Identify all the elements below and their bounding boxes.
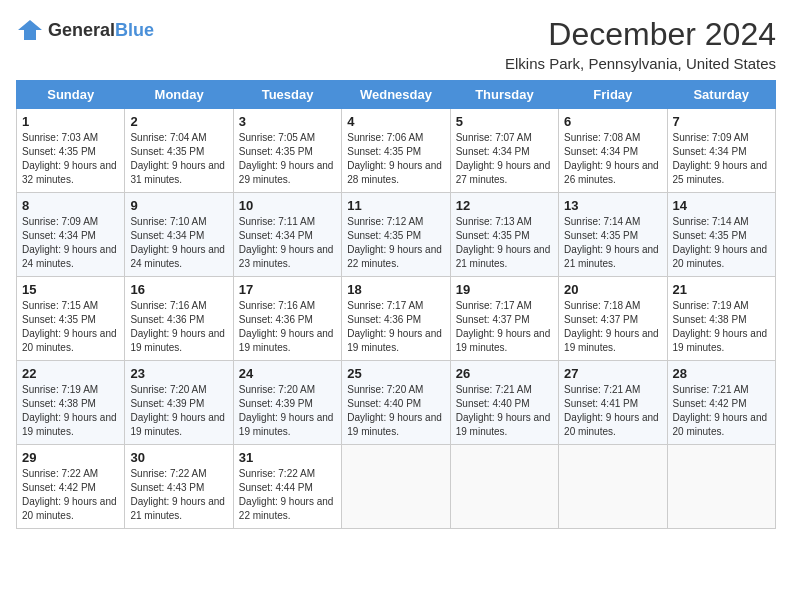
day-info: Sunrise: 7:18 AMSunset: 4:37 PMDaylight:… [564, 299, 661, 355]
day-info: Sunrise: 7:20 AMSunset: 4:39 PMDaylight:… [239, 383, 336, 439]
day-info: Sunrise: 7:06 AMSunset: 4:35 PMDaylight:… [347, 131, 444, 187]
day-info: Sunrise: 7:13 AMSunset: 4:35 PMDaylight:… [456, 215, 553, 271]
weekday-header-wednesday: Wednesday [342, 81, 450, 109]
day-cell: 3Sunrise: 7:05 AMSunset: 4:35 PMDaylight… [233, 109, 341, 193]
day-number: 13 [564, 198, 661, 213]
day-cell: 6Sunrise: 7:08 AMSunset: 4:34 PMDaylight… [559, 109, 667, 193]
day-cell: 7Sunrise: 7:09 AMSunset: 4:34 PMDaylight… [667, 109, 775, 193]
day-number: 11 [347, 198, 444, 213]
logo-text-general: General [48, 21, 115, 39]
month-title: December 2024 [505, 16, 776, 53]
day-info: Sunrise: 7:05 AMSunset: 4:35 PMDaylight:… [239, 131, 336, 187]
day-info: Sunrise: 7:21 AMSunset: 4:41 PMDaylight:… [564, 383, 661, 439]
day-number: 28 [673, 366, 770, 381]
day-number: 25 [347, 366, 444, 381]
day-info: Sunrise: 7:08 AMSunset: 4:34 PMDaylight:… [564, 131, 661, 187]
day-number: 8 [22, 198, 119, 213]
week-row-1: 1Sunrise: 7:03 AMSunset: 4:35 PMDaylight… [17, 109, 776, 193]
day-info: Sunrise: 7:16 AMSunset: 4:36 PMDaylight:… [239, 299, 336, 355]
day-cell: 13Sunrise: 7:14 AMSunset: 4:35 PMDayligh… [559, 193, 667, 277]
day-number: 21 [673, 282, 770, 297]
calendar-table: SundayMondayTuesdayWednesdayThursdayFrid… [16, 80, 776, 529]
week-row-2: 8Sunrise: 7:09 AMSunset: 4:34 PMDaylight… [17, 193, 776, 277]
day-info: Sunrise: 7:14 AMSunset: 4:35 PMDaylight:… [673, 215, 770, 271]
day-number: 1 [22, 114, 119, 129]
day-cell: 23Sunrise: 7:20 AMSunset: 4:39 PMDayligh… [125, 361, 233, 445]
day-number: 26 [456, 366, 553, 381]
day-number: 9 [130, 198, 227, 213]
day-number: 4 [347, 114, 444, 129]
weekday-header-sunday: Sunday [17, 81, 125, 109]
day-number: 30 [130, 450, 227, 465]
day-cell: 25Sunrise: 7:20 AMSunset: 4:40 PMDayligh… [342, 361, 450, 445]
day-cell: 22Sunrise: 7:19 AMSunset: 4:38 PMDayligh… [17, 361, 125, 445]
day-number: 10 [239, 198, 336, 213]
day-number: 29 [22, 450, 119, 465]
day-info: Sunrise: 7:21 AMSunset: 4:42 PMDaylight:… [673, 383, 770, 439]
title-area: December 2024 Elkins Park, Pennsylvania,… [505, 16, 776, 72]
day-number: 5 [456, 114, 553, 129]
day-number: 2 [130, 114, 227, 129]
weekday-header-friday: Friday [559, 81, 667, 109]
day-info: Sunrise: 7:17 AMSunset: 4:36 PMDaylight:… [347, 299, 444, 355]
logo-text-blue: Blue [115, 21, 154, 39]
day-cell: 5Sunrise: 7:07 AMSunset: 4:34 PMDaylight… [450, 109, 558, 193]
day-info: Sunrise: 7:22 AMSunset: 4:44 PMDaylight:… [239, 467, 336, 523]
day-cell: 31Sunrise: 7:22 AMSunset: 4:44 PMDayligh… [233, 445, 341, 529]
day-cell: 2Sunrise: 7:04 AMSunset: 4:35 PMDaylight… [125, 109, 233, 193]
weekday-header-monday: Monday [125, 81, 233, 109]
day-info: Sunrise: 7:10 AMSunset: 4:34 PMDaylight:… [130, 215, 227, 271]
svg-marker-0 [18, 20, 42, 40]
day-cell: 18Sunrise: 7:17 AMSunset: 4:36 PMDayligh… [342, 277, 450, 361]
day-info: Sunrise: 7:09 AMSunset: 4:34 PMDaylight:… [673, 131, 770, 187]
day-cell: 11Sunrise: 7:12 AMSunset: 4:35 PMDayligh… [342, 193, 450, 277]
day-cell: 19Sunrise: 7:17 AMSunset: 4:37 PMDayligh… [450, 277, 558, 361]
day-cell: 30Sunrise: 7:22 AMSunset: 4:43 PMDayligh… [125, 445, 233, 529]
day-info: Sunrise: 7:20 AMSunset: 4:40 PMDaylight:… [347, 383, 444, 439]
day-cell: 17Sunrise: 7:16 AMSunset: 4:36 PMDayligh… [233, 277, 341, 361]
day-cell: 16Sunrise: 7:16 AMSunset: 4:36 PMDayligh… [125, 277, 233, 361]
day-number: 23 [130, 366, 227, 381]
week-row-5: 29Sunrise: 7:22 AMSunset: 4:42 PMDayligh… [17, 445, 776, 529]
day-cell: 24Sunrise: 7:20 AMSunset: 4:39 PMDayligh… [233, 361, 341, 445]
day-cell: 29Sunrise: 7:22 AMSunset: 4:42 PMDayligh… [17, 445, 125, 529]
weekday-header-saturday: Saturday [667, 81, 775, 109]
day-info: Sunrise: 7:17 AMSunset: 4:37 PMDaylight:… [456, 299, 553, 355]
day-number: 31 [239, 450, 336, 465]
day-info: Sunrise: 7:03 AMSunset: 4:35 PMDaylight:… [22, 131, 119, 187]
day-info: Sunrise: 7:16 AMSunset: 4:36 PMDaylight:… [130, 299, 227, 355]
day-number: 19 [456, 282, 553, 297]
header-area: General Blue December 2024 Elkins Park, … [16, 16, 776, 72]
day-info: Sunrise: 7:07 AMSunset: 4:34 PMDaylight:… [456, 131, 553, 187]
weekday-header-row: SundayMondayTuesdayWednesdayThursdayFrid… [17, 81, 776, 109]
day-info: Sunrise: 7:12 AMSunset: 4:35 PMDaylight:… [347, 215, 444, 271]
week-row-3: 15Sunrise: 7:15 AMSunset: 4:35 PMDayligh… [17, 277, 776, 361]
day-number: 24 [239, 366, 336, 381]
weekday-header-tuesday: Tuesday [233, 81, 341, 109]
day-cell [667, 445, 775, 529]
logo-icon [16, 16, 44, 44]
day-info: Sunrise: 7:04 AMSunset: 4:35 PMDaylight:… [130, 131, 227, 187]
day-number: 20 [564, 282, 661, 297]
day-number: 16 [130, 282, 227, 297]
day-info: Sunrise: 7:11 AMSunset: 4:34 PMDaylight:… [239, 215, 336, 271]
day-cell: 12Sunrise: 7:13 AMSunset: 4:35 PMDayligh… [450, 193, 558, 277]
day-number: 18 [347, 282, 444, 297]
day-cell [342, 445, 450, 529]
day-cell: 20Sunrise: 7:18 AMSunset: 4:37 PMDayligh… [559, 277, 667, 361]
day-info: Sunrise: 7:19 AMSunset: 4:38 PMDaylight:… [22, 383, 119, 439]
day-number: 7 [673, 114, 770, 129]
day-cell [450, 445, 558, 529]
day-cell: 4Sunrise: 7:06 AMSunset: 4:35 PMDaylight… [342, 109, 450, 193]
location-title: Elkins Park, Pennsylvania, United States [505, 55, 776, 72]
day-info: Sunrise: 7:20 AMSunset: 4:39 PMDaylight:… [130, 383, 227, 439]
day-number: 15 [22, 282, 119, 297]
day-cell: 10Sunrise: 7:11 AMSunset: 4:34 PMDayligh… [233, 193, 341, 277]
week-row-4: 22Sunrise: 7:19 AMSunset: 4:38 PMDayligh… [17, 361, 776, 445]
day-info: Sunrise: 7:15 AMSunset: 4:35 PMDaylight:… [22, 299, 119, 355]
day-cell: 28Sunrise: 7:21 AMSunset: 4:42 PMDayligh… [667, 361, 775, 445]
day-info: Sunrise: 7:21 AMSunset: 4:40 PMDaylight:… [456, 383, 553, 439]
day-info: Sunrise: 7:19 AMSunset: 4:38 PMDaylight:… [673, 299, 770, 355]
day-info: Sunrise: 7:09 AMSunset: 4:34 PMDaylight:… [22, 215, 119, 271]
day-cell: 1Sunrise: 7:03 AMSunset: 4:35 PMDaylight… [17, 109, 125, 193]
